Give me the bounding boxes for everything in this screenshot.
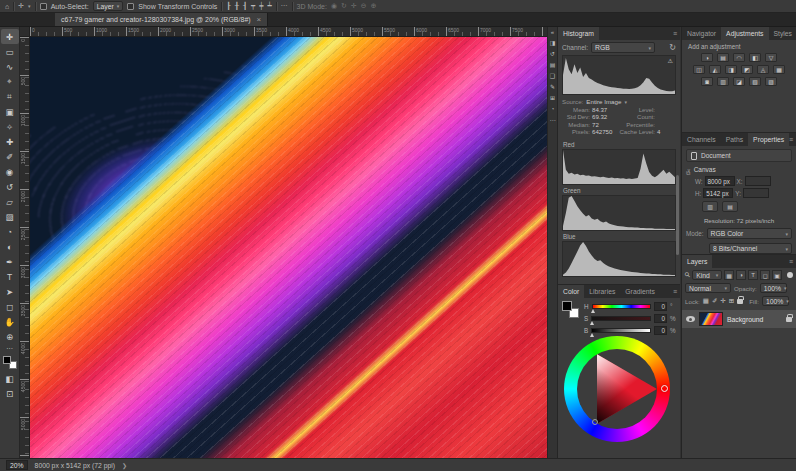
spot-healing-brush-icon[interactable]: ✚ — [1, 134, 19, 149]
color-lookup-icon[interactable]: ▦ — [773, 65, 785, 74]
blur-icon[interactable]: ◔ — [1, 224, 19, 239]
history-brush-icon[interactable]: ↺ — [1, 179, 19, 194]
align-center-horizontal-icon[interactable]: ╂ — [235, 2, 239, 10]
frame-icon[interactable]: ▣ — [1, 104, 19, 119]
auto-select-target-dropdown[interactable]: Layer▾ — [93, 1, 124, 11]
canvas[interactable] — [30, 37, 547, 458]
channel-mixer-icon[interactable]: ◬ — [757, 65, 769, 74]
channel-dropdown[interactable]: RGB▾ — [591, 42, 655, 53]
lock-artboard-icon[interactable]: ⊞ — [729, 297, 734, 305]
color-wheel[interactable] — [564, 336, 670, 442]
panel-scrollbar[interactable] — [676, 175, 679, 255]
dodge-icon[interactable]: ◐ — [1, 239, 19, 254]
hand-icon[interactable]: ✋ — [1, 314, 19, 329]
lock-image-pixels-icon[interactable]: ✐ — [712, 297, 717, 305]
panel-menu-icon[interactable]: ≡ — [673, 27, 680, 40]
tab-paths[interactable]: Paths — [721, 133, 748, 146]
move-tool-icon[interactable]: ✛ — [18, 2, 24, 10]
refresh-histogram-icon[interactable]: ↻ — [669, 43, 676, 52]
quick-mask-icon[interactable]: ◧ — [1, 371, 19, 386]
tab-gradients[interactable]: Gradients — [620, 285, 659, 298]
brightness-slider[interactable] — [591, 328, 651, 333]
fill-dropdown[interactable]: 100%▾ — [762, 296, 789, 306]
horizontal-ruler[interactable]: 0500100015002000250030003500400045005000… — [30, 27, 547, 37]
brush-icon[interactable]: ✐ — [1, 149, 19, 164]
document-row[interactable]: Document — [686, 149, 792, 162]
align-right-icon[interactable]: ┨ — [243, 2, 247, 10]
slider-thumb[interactable] — [591, 309, 595, 313]
rectangle-shape-icon[interactable]: ◻ — [1, 299, 19, 314]
dock-panel-1-icon[interactable]: ◨ — [550, 40, 556, 46]
align-bottom-icon[interactable]: ┷ — [267, 2, 271, 10]
tab-libraries[interactable]: Libraries — [584, 285, 620, 298]
vertical-ruler[interactable]: 0500100015002000250030003500400045005000 — [20, 37, 30, 458]
photo-filter-icon[interactable]: ◩ — [741, 65, 753, 74]
link-dimensions-icon[interactable]: ⧉ — [686, 170, 690, 177]
exposure-icon[interactable]: ◧ — [749, 53, 761, 62]
eyedropper-icon[interactable]: ✧ — [1, 119, 19, 134]
tab-histogram[interactable]: Histogram — [558, 27, 599, 40]
filter-pixel-layers-icon[interactable]: ▦ — [724, 270, 734, 280]
cached-data-warning-icon[interactable]: ⚠ — [668, 57, 673, 64]
document-tab[interactable]: c67-79 gamer and creator-1280307384.jpg … — [55, 13, 268, 26]
crop-icon[interactable]: ⌗ — [1, 89, 19, 104]
clone-stamp-icon[interactable]: ◉ — [1, 164, 19, 179]
move-icon[interactable]: ✛ — [1, 29, 19, 44]
zoom-level-field[interactable]: 20% — [6, 460, 28, 470]
brightness-contrast-icon[interactable]: ◑ — [701, 53, 713, 62]
align-left-icon[interactable]: ┠ — [226, 2, 230, 10]
gradient-icon[interactable]: ▨ — [1, 209, 19, 224]
filtering-toggle[interactable] — [787, 272, 793, 278]
path-selection-icon[interactable]: ➤ — [1, 284, 19, 299]
lock-all-icon[interactable] — [737, 299, 743, 304]
dock-panel-2-icon[interactable]: ↺ — [550, 51, 555, 57]
layer-visibility-eye-icon[interactable] — [686, 316, 695, 322]
auto-select-checkbox[interactable] — [40, 3, 47, 10]
dock-panel-6-icon[interactable]: ⊞ — [550, 95, 555, 101]
panel-menu-icon[interactable]: ≡ — [673, 285, 680, 298]
vibrance-icon[interactable]: ▽ — [765, 53, 777, 62]
levels-icon[interactable]: ▤ — [717, 53, 729, 62]
filter-smart-objects-icon[interactable]: ▣ — [772, 270, 782, 280]
rectangular-marquee-icon[interactable]: ▭ — [1, 44, 19, 59]
black-and-white-icon[interactable]: ◨ — [725, 65, 737, 74]
scale-3d-icon[interactable]: ⊕ — [371, 2, 377, 10]
align-top-icon[interactable]: ┯ — [251, 2, 255, 10]
dock-panel-3-icon[interactable]: ▤ — [550, 62, 556, 68]
layer-row-background[interactable]: Background — [682, 310, 796, 328]
saturation-value[interactable]: 0 — [654, 314, 667, 323]
slide-3d-icon[interactable]: ⊖ — [361, 2, 367, 10]
tab-properties[interactable]: Properties — [748, 133, 789, 146]
canvas-icon-button-1[interactable]: ▥ — [702, 201, 718, 212]
close-icon[interactable]: × — [257, 15, 262, 24]
saturation-slider[interactable] — [591, 316, 651, 321]
tab-navigator[interactable]: Navigator — [682, 27, 721, 40]
hue-saturation-icon[interactable]: ◫ — [693, 65, 705, 74]
hue-marker[interactable] — [661, 385, 668, 392]
more-options-icon[interactable]: ⋯ — [281, 2, 288, 10]
canvas-section-header[interactable]: ∨ Canvas — [682, 164, 796, 175]
invert-icon[interactable]: ◙ — [701, 77, 713, 86]
zoom-icon[interactable]: ⊕ — [1, 329, 19, 344]
foreground-color-swatch[interactable] — [562, 301, 572, 311]
edit-toolbar-icon[interactable]: ⋯ — [6, 345, 13, 353]
collapse-dock-icon[interactable]: « — [551, 29, 554, 35]
tool-preset-caret-icon[interactable]: ▾ — [28, 3, 31, 9]
type-icon[interactable]: T — [1, 269, 19, 284]
color-balance-icon[interactable]: ◭ — [709, 65, 721, 74]
curves-icon[interactable]: ◠ — [733, 53, 745, 62]
blend-mode-dropdown[interactable]: Normal▾ — [685, 283, 731, 293]
opacity-dropdown[interactable]: 100%▾ — [760, 283, 787, 293]
lasso-icon[interactable]: ∿ — [1, 59, 19, 74]
canvas-icon-button-2[interactable]: ▤ — [722, 201, 738, 212]
slider-thumb[interactable] — [590, 321, 594, 325]
layer-thumbnail[interactable] — [699, 312, 723, 326]
filter-type-layers-icon[interactable]: T — [748, 270, 758, 280]
dock-panel-8-icon[interactable]: ⋯ — [550, 117, 556, 123]
orbit-3d-icon[interactable]: ◉ — [331, 2, 337, 10]
show-transform-checkbox[interactable] — [127, 3, 134, 10]
height-field[interactable]: 5142 px — [703, 188, 733, 198]
home-icon[interactable]: ⌂ — [5, 3, 9, 10]
tab-adjustments[interactable]: Adjustments — [721, 27, 768, 40]
source-value[interactable]: Entire Image — [586, 98, 621, 105]
